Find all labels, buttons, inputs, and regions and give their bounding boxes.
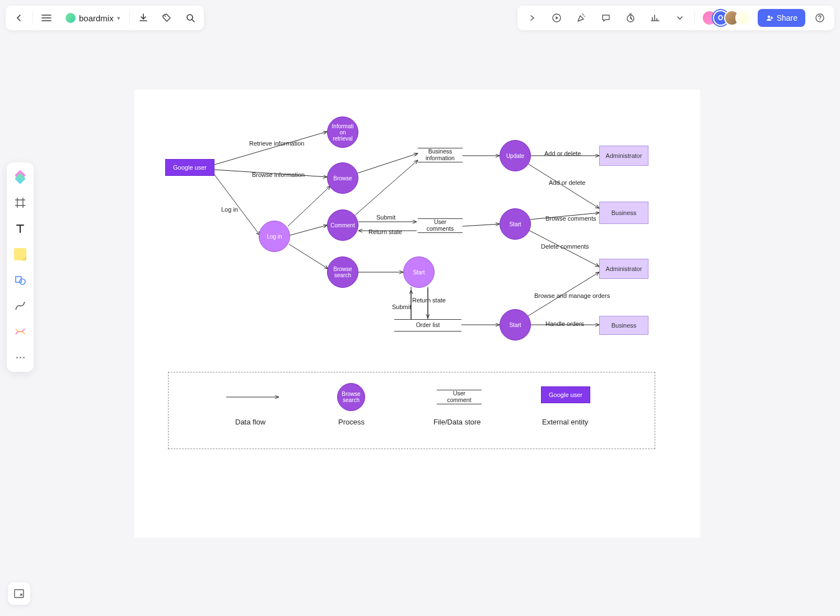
edge-label: Submit [376,214,395,221]
datastore-user-comments[interactable]: User comments [418,218,463,233]
datastore-business-info[interactable]: Business information [418,148,463,162]
connector-tool[interactable] [11,323,29,340]
process-info-retrieval[interactable]: Informati on retrieval [327,116,358,148]
entity-label: Business [612,322,637,329]
entity-label: Business [612,209,637,216]
edge-label: Browse information [252,171,305,178]
chart-icon [650,13,660,23]
draw-shape-icon [14,274,26,286]
divider [694,11,695,25]
party-icon [576,13,586,23]
edge-label: Retrieve information [249,140,304,147]
entity-administrator-1[interactable]: Administrator [599,146,648,166]
process-label: Browse search [342,391,360,403]
entity-label: Administrator [606,265,642,272]
frame-tool[interactable] [11,194,29,212]
poll-button[interactable] [645,8,665,28]
legend-data-flow: Data flow [235,418,265,426]
shapes-tool[interactable] [11,168,29,186]
legend-datastore-sample[interactable]: User comment [437,390,482,404]
svg-point-6 [819,20,820,21]
menu-button[interactable] [36,8,57,28]
data-flow-diagram[interactable]: Google user Administrator Business Admin… [134,90,700,538]
svg-line-15 [289,244,328,269]
entity-business-1[interactable]: Business [599,202,648,224]
chevron-left-icon [15,13,24,22]
process-browse[interactable]: Browse [327,162,358,194]
datastore-label: Business information [426,148,455,161]
legend-process: Process [338,418,365,426]
process-label: Start [413,269,424,276]
text-tool[interactable] [11,220,29,237]
download-icon [138,13,148,23]
datastore-order-list[interactable]: Order list [394,319,461,332]
timer-icon [626,13,636,23]
edge-label: Browse and manage orders [534,292,610,299]
chevron-down-icon: ▾ [117,15,120,22]
entity-label: Google user [173,164,207,171]
timer-button[interactable] [620,8,641,28]
tag-button[interactable] [157,8,177,28]
edge-label: Delete comments [541,243,589,250]
user-plus-icon [766,14,773,22]
left-toolbar [7,162,34,372]
datastore-label: User comment [447,390,471,403]
legend-box[interactable] [168,372,655,449]
chat-icon [601,13,611,23]
process-start-2[interactable]: Start [500,208,531,240]
entity-business-2[interactable]: Business [599,316,648,335]
minimap-button[interactable] [8,582,30,605]
play-button[interactable] [547,8,567,28]
avatar-initial: O [718,14,723,22]
sticky-note-tool[interactable] [11,245,29,263]
share-button[interactable]: Share [758,9,805,27]
divider [32,11,33,25]
app-brand[interactable]: boardmix ▾ [60,13,126,23]
process-update[interactable]: Update [500,140,531,171]
canvas[interactable]: Google user Administrator Business Admin… [134,90,700,538]
expand-button[interactable] [522,8,542,28]
process-start-3[interactable]: Start [500,309,531,340]
help-button[interactable] [810,8,830,28]
more-tools-button[interactable] [670,8,690,28]
more-tools[interactable] [11,348,29,366]
share-label: Share [777,13,797,22]
datastore-label: User comments [427,219,454,232]
svg-line-14 [290,225,327,235]
process-start-1[interactable]: Start [403,256,435,288]
process-label: Browse search [333,266,352,278]
download-button[interactable] [133,8,153,28]
curve-tool[interactable] [11,297,29,315]
back-button[interactable] [9,8,29,28]
svg-line-12 [214,175,260,235]
svg-point-4 [767,16,770,18]
hamburger-icon [41,14,52,22]
edge-label: Add or delete [549,179,585,186]
help-icon [815,13,825,23]
entity-google-user[interactable]: Google user [165,159,214,176]
chevron-down-icon [676,14,684,22]
process-label: Browse [333,175,352,181]
legend-datastore: File/Data store [433,418,481,426]
celebrate-button[interactable] [571,8,591,28]
edge-label: Log in [221,206,238,213]
process-login[interactable]: Log in [259,221,290,252]
header-left-group: boardmix ▾ [6,6,204,30]
avatar[interactable] [735,10,751,26]
search-button[interactable] [180,8,200,28]
text-icon [15,223,26,234]
collaborator-avatars[interactable]: O [702,10,751,26]
svg-line-16 [356,153,418,174]
legend-entity-sample[interactable]: Google user [541,386,590,403]
process-comment[interactable]: Comment [327,209,358,241]
sticky-note-icon [14,248,26,260]
shape-draw-tool[interactable] [11,271,29,289]
legend-process-sample[interactable]: Browse search [337,383,365,411]
entity-administrator-2[interactable]: Administrator [599,259,648,279]
chat-button[interactable] [596,8,616,28]
process-browse-search[interactable]: Browse search [327,256,358,288]
svg-line-13 [288,186,330,226]
svg-line-19 [354,160,418,216]
process-label: Log in [267,234,282,240]
chevron-right-icon [528,14,536,22]
